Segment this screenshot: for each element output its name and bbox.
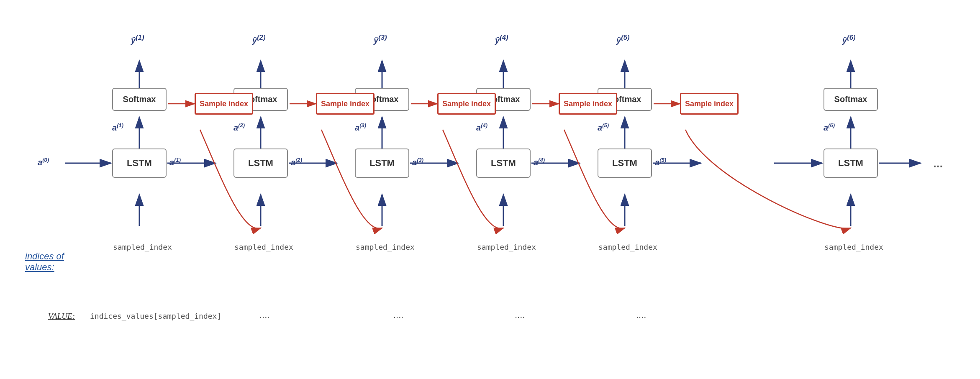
arrows-svg [0, 0, 980, 379]
sampled-index-3: sampled_index [356, 243, 415, 251]
lstm-box-4: LSTM [476, 149, 531, 178]
dots-3: ···· [515, 312, 525, 323]
sample-index-box-3: Sample index [437, 93, 496, 115]
yhat3-label: ŷ(3) [374, 33, 387, 45]
indices-of-values-label: indices ofvalues: [25, 251, 64, 273]
sampled-index-4: sampled_index [477, 243, 536, 251]
lstm-box-1: LSTM [112, 149, 167, 178]
a3-out-label: a(3) [412, 157, 423, 167]
yhat5-label: ŷ(5) [616, 33, 629, 45]
yhat4-label: ŷ(4) [495, 33, 508, 45]
a0-label: a(0) [38, 157, 49, 167]
indices-values-code: indices_values[sampled_index] [90, 312, 221, 320]
lstm-box-5: LSTM [598, 149, 652, 178]
softmax-box-6: Softmax [824, 88, 878, 111]
lstm-box-6: LSTM [824, 149, 878, 178]
a1-out-label: a(1) [169, 157, 181, 167]
sample-index-box-2: Sample index [316, 93, 375, 115]
value-label: VALUE: [48, 312, 75, 321]
sample-index-box-4: Sample index [559, 93, 617, 115]
yhat6-label: ŷ(6) [842, 33, 855, 45]
sample-index-box-1: Sample index [195, 93, 253, 115]
a4-softmax-label: a(4) [476, 122, 487, 133]
ellipsis-main: ... [933, 157, 943, 170]
yhat2-label: ŷ(2) [252, 33, 265, 45]
a1-softmax-label: a(1) [112, 122, 123, 133]
dots-2: ···· [393, 312, 403, 323]
softmax-box-1: Softmax [112, 88, 167, 111]
yhat1-label: ŷ(1) [131, 33, 144, 45]
lstm-box-3: LSTM [355, 149, 409, 178]
sampled-index-2: sampled_index [234, 243, 293, 251]
sampled-index-1: sampled_index [113, 243, 172, 251]
a6-softmax-label: a(6) [824, 122, 835, 133]
sample-index-box-5: Sample index [680, 93, 739, 115]
a5-softmax-label: a(5) [598, 122, 609, 133]
a4-out-label: a(4) [534, 157, 545, 167]
a2-softmax-label: a(2) [233, 122, 245, 133]
a2-out-label: a(2) [291, 157, 302, 167]
lstm-box-2: LSTM [233, 149, 288, 178]
dots-1: ···· [259, 312, 269, 323]
diagram-container: a(0) LSTM LSTM LSTM LSTM LSTM LSTM a(1) … [0, 0, 980, 379]
dots-4: ···· [636, 312, 646, 323]
sampled-index-5: sampled_index [598, 243, 657, 251]
a5-out-label: a(5) [655, 157, 666, 167]
sampled-index-6: sampled_index [824, 243, 883, 251]
a3-softmax-label: a(3) [355, 122, 366, 133]
